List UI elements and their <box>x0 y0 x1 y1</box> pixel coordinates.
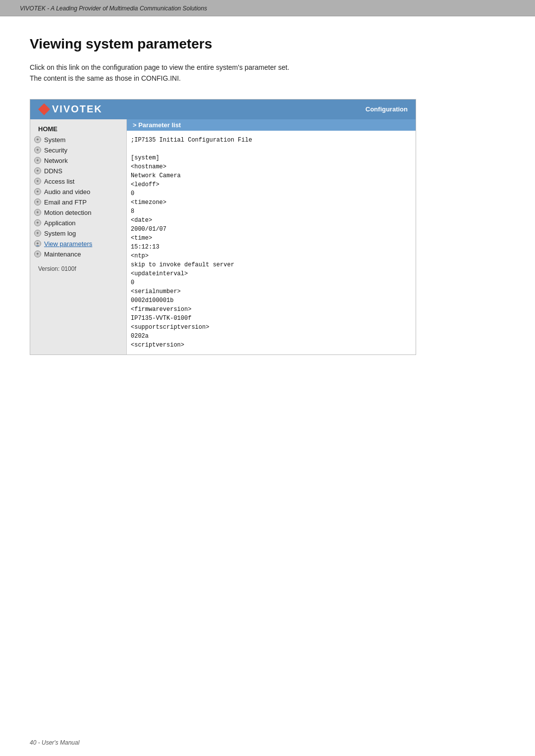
param-line: 0 <box>131 278 410 287</box>
param-line: <ledoff> <box>131 180 410 189</box>
config-header: VIVOTEK Configuration <box>30 100 416 119</box>
param-line: Network Camera <box>131 171 410 180</box>
sidebar-label-view-params: View parameters <box>44 240 92 248</box>
sidebar-home[interactable]: HOME <box>30 123 126 135</box>
param-line: <hostname> <box>131 162 410 171</box>
sidebar-arrow-application: + <box>34 219 41 226</box>
param-line: <updateinterval> <box>131 269 410 278</box>
sidebar-label-ddns: DDNS <box>44 167 62 175</box>
sidebar-arrow-motion: + <box>34 209 41 216</box>
sidebar-arrow-system: + <box>34 136 41 143</box>
config-panel: VIVOTEK Configuration HOME + System + Se… <box>30 99 416 355</box>
vivotek-logo-icon <box>38 103 50 115</box>
sidebar-item-motion[interactable]: + Motion detection <box>30 207 126 218</box>
sidebar-label-audio-video: Audio and video <box>44 188 90 196</box>
sidebar-label-system: System <box>44 136 65 144</box>
sidebar-arrow-ddns: + <box>34 167 41 174</box>
header-bar: VIVOTEK - A Leading Provider of Multimed… <box>0 0 535 16</box>
sidebar-item-access-list[interactable]: + Access list <box>30 176 126 187</box>
page-title: Viewing system parameters <box>30 36 505 52</box>
sidebar-item-ddns[interactable]: + DDNS <box>30 166 126 176</box>
sidebar-label-application: Application <box>44 219 76 227</box>
param-line: [system] <box>131 153 410 162</box>
page-wrapper: VIVOTEK - A Leading Provider of Multimed… <box>0 0 535 756</box>
sidebar-arrow-audio-video: + <box>34 188 41 195</box>
vivotek-logo: VIVOTEK <box>38 103 103 115</box>
param-line: IP7135-VVTK-0100f <box>131 314 410 323</box>
param-line: skip to invoke default server <box>131 260 410 269</box>
param-line: <supportscriptversion> <box>131 323 410 332</box>
sidebar-item-security[interactable]: + Security <box>30 145 126 155</box>
description-line2: The content is the same as those in CONF… <box>30 74 181 82</box>
sidebar-label-security: Security <box>44 147 67 154</box>
page-footer: 40 - User's Manual <box>30 739 79 746</box>
header-tagline: VIVOTEK - A Leading Provider of Multimed… <box>20 5 207 12</box>
param-line: 15:12:13 <box>131 243 410 252</box>
param-line: <scriptversion> <box>131 341 410 350</box>
param-line: 0202a <box>131 332 410 341</box>
sidebar-item-maintenance[interactable]: + Maintenance <box>30 249 126 259</box>
description-line1: Click on this link on the configuration … <box>30 63 289 71</box>
description: Click on this link on the configuration … <box>30 62 505 84</box>
sidebar-label-maintenance: Maintenance <box>44 251 81 258</box>
sidebar-arrow-network: + <box>34 157 41 164</box>
param-line: 0 <box>131 189 410 198</box>
sidebar-item-view-parameters[interactable]: + View parameters <box>30 239 126 249</box>
sidebar-label-motion: Motion detection <box>44 209 91 216</box>
panel-main: > Parameter list ;IP7135 Initial Configu… <box>127 119 416 354</box>
param-line: <serialnumber> <box>131 287 410 296</box>
sidebar-arrow-email-ftp: + <box>34 199 41 205</box>
sidebar-label-network: Network <box>44 157 68 164</box>
sidebar-arrow-access-list: + <box>34 178 41 185</box>
panel-content[interactable]: ;IP7135 Initial Configuration File [syst… <box>127 131 416 354</box>
sidebar-item-application[interactable]: + Application <box>30 218 126 228</box>
config-body: HOME + System + Security + Network + <box>30 119 416 354</box>
sidebar: HOME + System + Security + Network + <box>30 119 127 354</box>
logo-text: VIVOTEK <box>52 103 103 115</box>
sidebar-arrow-view-params: + <box>34 240 41 247</box>
param-line: <time> <box>131 234 410 243</box>
config-label: Configuration <box>366 105 408 113</box>
panel-breadcrumb: > Parameter list <box>127 119 416 131</box>
param-line: ;IP7135 Initial Configuration File <box>131 136 410 145</box>
param-line: <firmwareversion> <box>131 305 410 314</box>
param-line: 2000/01/07 <box>131 225 410 234</box>
sidebar-version: Version: 0100f <box>30 261 126 276</box>
param-line: <date> <box>131 216 410 225</box>
param-line: <timezone> <box>131 198 410 207</box>
sidebar-item-network[interactable]: + Network <box>30 155 126 166</box>
sidebar-label-syslog: System log <box>44 230 76 237</box>
sidebar-arrow-maintenance: + <box>34 251 41 257</box>
sidebar-label-access-list: Access list <box>44 178 74 185</box>
param-line: 0002d100001b <box>131 296 410 305</box>
sidebar-item-system[interactable]: + System <box>30 135 126 145</box>
sidebar-arrow-security: + <box>34 147 41 153</box>
sidebar-item-audio-video[interactable]: + Audio and video <box>30 187 126 197</box>
param-line: 8 <box>131 207 410 216</box>
sidebar-arrow-syslog: + <box>34 230 41 237</box>
main-content: Viewing system parameters Click on this … <box>0 16 535 385</box>
panel-content-inner[interactable]: ;IP7135 Initial Configuration File [syst… <box>131 136 412 350</box>
param-line: <ntp> <box>131 252 410 260</box>
param-line <box>131 145 410 153</box>
sidebar-item-email-ftp[interactable]: + Email and FTP <box>30 197 126 207</box>
sidebar-item-syslog[interactable]: + System log <box>30 228 126 239</box>
sidebar-label-email-ftp: Email and FTP <box>44 199 87 206</box>
